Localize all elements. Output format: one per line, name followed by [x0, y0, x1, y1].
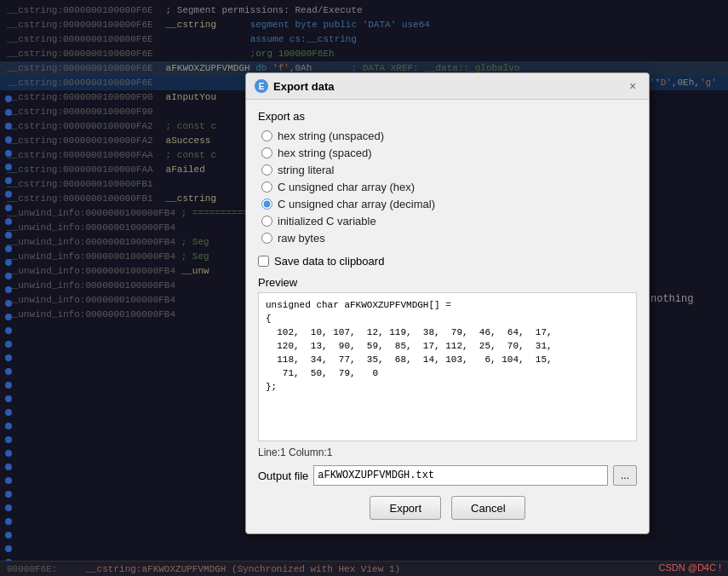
preview-label: Preview: [258, 276, 637, 289]
output-file-input[interactable]: [313, 465, 608, 486]
radio-c-variable[interactable]: initialized C variable: [261, 215, 637, 228]
radio-c-variable-label: initialized C variable: [278, 215, 376, 228]
radio-hex-spaced-input[interactable]: [261, 147, 272, 158]
radio-c-array-hex-input[interactable]: [261, 181, 272, 193]
radio-raw-bytes-input[interactable]: [261, 233, 272, 244]
radio-hex-spaced-label: hex string (spaced): [278, 147, 372, 159]
radio-string-literal[interactable]: string literal: [261, 164, 637, 176]
save-to-clipboard-row: Save data to clipboard: [258, 255, 637, 268]
preview-area: unsigned char aFKWOXZUPFVMDGH[] = { 102,…: [258, 292, 637, 441]
output-file-label: Output file: [258, 469, 308, 482]
radio-c-array-decimal[interactable]: C unsigned char array (decimal): [261, 198, 637, 210]
radio-hex-unspaced-label: hex string (unspaced): [278, 130, 384, 142]
dialog-buttons: Export Cancel: [258, 496, 637, 523]
dialog-body: Export as hex string (unspaced) hex stri…: [246, 100, 649, 533]
dialog-title-left: E Export data: [255, 79, 335, 93]
radio-string-literal-input[interactable]: [261, 164, 272, 176]
close-button[interactable]: ×: [625, 78, 640, 94]
dialog-title: Export data: [273, 80, 335, 93]
cancel-button[interactable]: Cancel: [451, 496, 525, 520]
export-button[interactable]: Export: [370, 496, 441, 520]
export-format-group: hex string (unspaced) hex string (spaced…: [261, 130, 637, 245]
radio-c-array-decimal-input[interactable]: [261, 199, 272, 210]
output-file-row: Output file ...: [258, 465, 637, 486]
save-to-clipboard-checkbox[interactable]: [258, 256, 269, 267]
save-to-clipboard-label: Save data to clipboard: [274, 255, 384, 268]
dialog-app-icon: E: [255, 79, 268, 93]
export-dialog: E Export data × Export as hex string (un…: [245, 72, 650, 534]
watermark: CSDN @D4C !: [658, 562, 721, 573]
radio-hex-unspaced-input[interactable]: [261, 130, 272, 141]
radio-string-literal-label: string literal: [278, 164, 334, 176]
radio-raw-bytes[interactable]: raw bytes: [261, 232, 637, 245]
radio-raw-bytes-label: raw bytes: [278, 232, 325, 245]
status-bar: Line:1 Column:1: [258, 446, 637, 458]
radio-c-array-hex-label: C unsigned char array (hex): [278, 181, 415, 193]
radio-hex-unspaced[interactable]: hex string (unspaced): [261, 130, 637, 142]
radio-c-array-hex[interactable]: C unsigned char array (hex): [261, 181, 637, 193]
radio-hex-spaced[interactable]: hex string (spaced): [261, 147, 637, 159]
dialog-titlebar: E Export data ×: [246, 73, 649, 100]
browse-button[interactable]: ...: [613, 465, 637, 486]
export-as-label: Export as: [258, 110, 637, 123]
radio-c-variable-input[interactable]: [261, 216, 272, 227]
radio-c-array-decimal-label: C unsigned char array (decimal): [278, 198, 435, 210]
